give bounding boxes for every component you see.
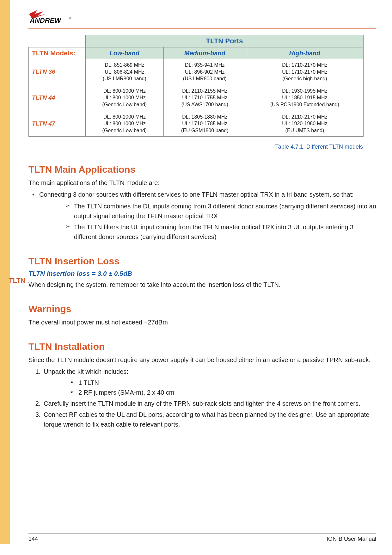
footer-divider	[28, 533, 376, 534]
dl-value: DL: 800-1000 MHz	[103, 88, 146, 94]
tltn-models-table: TLTN Ports TLTN Models: Low-band Medium-…	[28, 35, 364, 137]
data-cell: DL: 800-1000 MHz UL: 800-1000 MHz (Gener…	[86, 111, 164, 137]
list-item: 1 TLTN	[44, 378, 376, 388]
list-item: Unpack the kit which includes: 1 TLTN 2 …	[42, 367, 376, 398]
band-note: (US AWS1700 band)	[181, 102, 228, 107]
dl-value: DL: 800-1000 MHz	[103, 114, 146, 120]
data-cell: DL: 1710-2170 MHz UL: 1710-2170 MHz (Gen…	[246, 59, 363, 85]
data-cell: DL: 800-1000 MHz UL: 800-1000 MHz (Gener…	[86, 85, 164, 111]
side-tab-label: TLTN	[0, 277, 25, 284]
bullet-text: Connecting 3 donor sources with differen…	[39, 191, 354, 198]
andrew-logo-icon: ANDREW ®	[28, 9, 79, 25]
band-note: (EU UMTS band)	[285, 128, 324, 133]
manual-title: ION-B User Manual	[327, 536, 376, 542]
band-note: (Generic Low band)	[102, 128, 147, 133]
svg-text:®: ®	[69, 16, 71, 20]
svg-text:ANDREW: ANDREW	[29, 16, 62, 24]
ul-value: UL: 800-1000 MHz	[103, 95, 146, 100]
list-item: Connect RF cables to the UL and DL ports…	[42, 410, 376, 429]
ul-value: UL: 1710-2170 MHz	[282, 69, 327, 75]
dl-value: DL: 2110-2170 MHz	[282, 114, 327, 120]
data-cell: DL: 1930-1995 MHz UL: 1850-1915 MHz (US …	[246, 85, 363, 111]
logo-row: ANDREW ®	[28, 0, 376, 28]
band-note: (EU GSM1800 band)	[181, 128, 228, 133]
step-text: Unpack the kit which includes:	[44, 368, 128, 375]
ul-value: UL: 1850-1915 MHz	[282, 95, 327, 100]
ul-value: UL: 800-1000 MHz	[103, 121, 146, 126]
band-note: (Generic Low band)	[102, 102, 147, 107]
band-note: (US PCS1900 Extended band)	[270, 102, 339, 107]
insertion-loss-text: When designing the system, remember to t…	[28, 280, 376, 290]
band-note: (US LMR800 band)	[103, 76, 146, 81]
dl-value: DL: 1805-1880 MHz	[182, 114, 227, 120]
page-footer: 144 ION-B User Manual	[28, 533, 376, 542]
band-note: (Generic high band)	[282, 76, 327, 81]
dl-value: DL: 935-941 MHz	[185, 62, 224, 68]
model-cell: TLTN 36	[29, 59, 86, 85]
main-apps-intro: The main applications of the TLTN module…	[28, 178, 376, 188]
install-steps: Unpack the kit which includes: 1 TLTN 2 …	[28, 367, 376, 429]
list-item: Connecting 3 donor sources with differen…	[28, 190, 376, 242]
dl-value: DL: 851-869 MHz	[105, 62, 144, 68]
dl-value: DL: 1710-2170 MHz	[282, 62, 327, 68]
warnings-text: The overall input power must not exceed …	[28, 318, 376, 327]
ul-value: UL: 1710-1785 MHz	[182, 121, 227, 126]
list-item: Carefully insert the TLTN module in any …	[42, 399, 376, 409]
table-row: TLTN 44 DL: 800-1000 MHz UL: 800-1000 MH…	[29, 85, 364, 111]
ports-header: TLTN Ports	[86, 35, 364, 47]
main-apps-bullets: Connecting 3 donor sources with differen…	[28, 190, 376, 242]
data-cell: DL: 851-869 MHz UL: 806-824 MHz (US LMR8…	[86, 59, 164, 85]
ul-value: UL: 1710-1755 MHz	[182, 95, 227, 100]
band-header-high: High-band	[246, 47, 363, 59]
list-item: 2 RF jumpers (SMA-m), 2 x 40 cm	[44, 388, 376, 398]
heading-warnings: Warnings	[28, 304, 376, 314]
table-empty-cell	[29, 35, 86, 47]
insertion-loss-value: TLTN insertion loss = 3.0 ± 0.5dB	[28, 270, 376, 277]
install-kit-list: 1 TLTN 2 RF jumpers (SMA-m), 2 x 40 cm	[44, 378, 376, 398]
models-header: TLTN Models:	[29, 47, 86, 59]
ul-value: UL: 1920-1980 MHz	[282, 121, 327, 126]
dl-value: DL: 2110-2155 MHz	[182, 88, 227, 94]
page-number: 144	[28, 536, 38, 542]
band-header-med: Medium-band	[163, 47, 246, 59]
data-cell: DL: 2110-2170 MHz UL: 1920-1980 MHz (EU …	[246, 111, 363, 137]
data-cell: DL: 2110-2155 MHz UL: 1710-1755 MHz (US …	[163, 85, 246, 111]
data-cell: DL: 1805-1880 MHz UL: 1710-1785 MHz (EU …	[163, 111, 246, 137]
dl-value: DL: 1930-1995 MHz	[282, 88, 327, 94]
model-cell: TLTN 47	[29, 111, 86, 137]
data-cell: DL: 935-941 MHz UL: 896-902 MHz (US LMR8…	[163, 59, 246, 85]
table-row: TLTN 47 DL: 800-1000 MHz UL: 800-1000 MH…	[29, 111, 364, 137]
table-caption: Table 4.7.1: Different TLTN models	[28, 144, 363, 150]
install-intro: Since the TLTN module doesn't require an…	[28, 355, 376, 365]
band-note: (US LMR800 band)	[183, 76, 227, 81]
main-apps-sublist: The TLTN combines the DL inputs coming f…	[39, 201, 376, 242]
header-divider	[28, 28, 376, 29]
model-cell: TLTN 44	[29, 85, 86, 111]
ul-value: UL: 896-902 MHz	[185, 69, 224, 75]
table-row: TLTN 36 DL: 851-869 MHz UL: 806-824 MHz …	[29, 59, 364, 85]
ul-value: UL: 806-824 MHz	[105, 69, 144, 75]
side-tab	[0, 0, 10, 544]
list-item: The TLTN combines the DL inputs coming f…	[39, 201, 376, 221]
list-item: The TLTN filters the UL input coming fro…	[39, 222, 376, 242]
band-header-low: Low-band	[86, 47, 164, 59]
heading-installation: TLTN Installation	[28, 341, 376, 352]
heading-main-applications: TLTN Main Applications	[28, 164, 376, 175]
heading-insertion-loss: TLTN Insertion Loss	[28, 256, 376, 267]
page-content: ANDREW ® TLTN Ports TLTN Models: Low-ban…	[28, 0, 376, 431]
